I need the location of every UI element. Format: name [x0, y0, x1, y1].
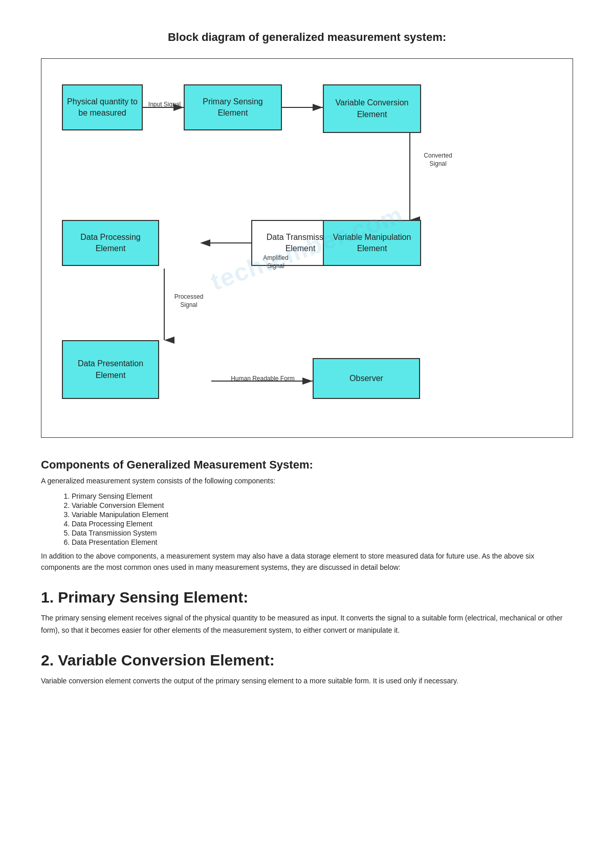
components-note: In addition to the above components, a m… — [41, 550, 573, 573]
diagram-inner: Physical quantity to be measured Primary… — [52, 74, 562, 422]
box-physical: Physical quantity to be measured — [62, 84, 143, 130]
section1-body: The primary sensing element receives sig… — [41, 612, 573, 637]
list-item: Variable Manipulation Element — [72, 510, 573, 519]
list-item: Data Presentation Element — [72, 538, 573, 546]
list-item: Variable Conversion Element — [72, 501, 573, 509]
label-human-readable: Human Readable Form — [215, 375, 310, 382]
box-dataproc: Data Processing Element — [62, 220, 159, 266]
box-varmanip: Variable Manipulation Element — [323, 220, 421, 266]
block-diagram: Physical quantity to be measured Primary… — [41, 58, 573, 438]
label-amplified-signal: Amplified Signal — [255, 254, 296, 270]
label-converted-signal: Converted Signal — [415, 152, 461, 168]
section2-heading: 2. Variable Conversion Element: — [41, 652, 573, 669]
list-item: Data Transmission System — [72, 529, 573, 537]
box-varconv: Variable Conversion Element — [323, 84, 421, 133]
components-list: Primary Sensing Element Variable Convers… — [72, 492, 573, 546]
block-diagram-title: Block diagram of generalized measurement… — [41, 31, 573, 44]
section2-body: Variable conversion element converts the… — [41, 675, 573, 687]
list-item: Primary Sensing Element — [72, 492, 573, 500]
box-observer: Observer — [313, 358, 420, 399]
components-heading: Components of Generalized Measurement Sy… — [41, 458, 573, 472]
list-item: Data Processing Element — [72, 520, 573, 528]
label-input-signal: Input Signal — [145, 101, 184, 108]
components-intro: A generalized measurement system consist… — [41, 477, 573, 485]
box-primary: Primary Sensing Element — [184, 84, 282, 130]
section1-heading: 1. Primary Sensing Element: — [41, 589, 573, 606]
label-processed-signal: Processed Signal — [168, 293, 209, 309]
box-datapres: Data Presentation Element — [62, 340, 159, 399]
